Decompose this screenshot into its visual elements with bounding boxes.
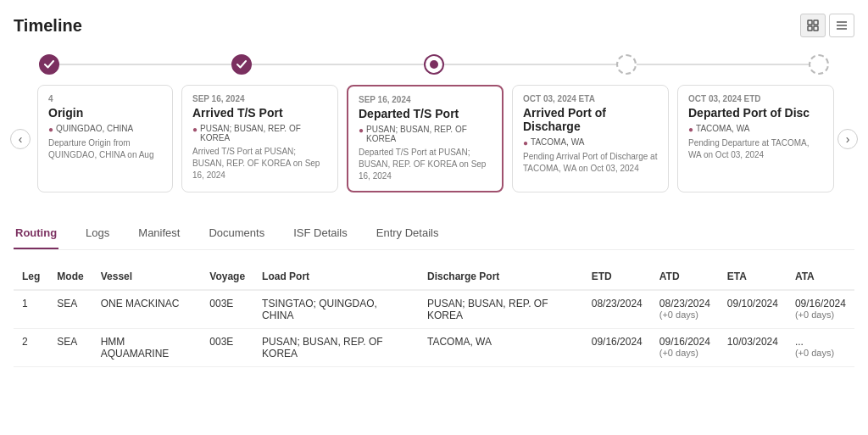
card-4-location-text: TACOMA, WA xyxy=(531,137,584,147)
atd-2-note: (+0 days) xyxy=(659,348,710,358)
svg-rect-1 xyxy=(814,20,818,25)
cell-eta-2: 10/03/2024 xyxy=(719,329,787,367)
card-1-location-text: QUINGDAO, CHINA xyxy=(56,124,133,133)
card-3-location: ● PUSAN; BUSAN, REP. OF KOREA xyxy=(359,125,492,143)
card-prev-button[interactable]: ‹ xyxy=(10,129,31,149)
checkmark-icon-1 xyxy=(44,60,54,69)
cell-vessel-1: ONE MACKINAC xyxy=(92,290,202,329)
table-header: Leg Mode Vessel Voyage Load Port Dischar… xyxy=(14,264,854,290)
card-4-date: OCT 03, 2024 ETA xyxy=(523,94,658,103)
card-3-desc: Departed T/S Port at PUSAN; BUSAN, REP. … xyxy=(359,147,492,182)
timeline-container: ‹ 4 Origin ● QUINGDAO, CHINA Departure O… xyxy=(14,54,854,192)
atd-1-val: 08/23/2024 xyxy=(659,298,710,310)
card-5-desc: Pending Departure at TACOMA, WA on Oct 0… xyxy=(688,137,823,161)
tabs: Routing Logs Manifest Documents ISF Deta… xyxy=(14,218,854,250)
svg-rect-0 xyxy=(808,20,812,25)
ata-1-val: 09/16/2024 xyxy=(795,298,846,310)
timeline-nodes xyxy=(39,54,829,75)
timeline-node-1[interactable] xyxy=(39,54,59,75)
cell-eta-1: 09/10/2024 xyxy=(719,290,787,329)
card-arrived-pod: OCT 03, 2024 ETA Arrived Port of Dischar… xyxy=(512,85,669,192)
card-departed-pod: OCT 03, 2024 ETD Departed Port of Disc ●… xyxy=(677,85,834,192)
col-etd: ETD xyxy=(583,264,651,290)
list-view-button[interactable] xyxy=(829,14,854,37)
table-body: 1 SEA ONE MACKINAC 003E TSINGTAO; QUINGD… xyxy=(14,290,854,367)
tab-entry-details[interactable]: Entry Details xyxy=(375,218,441,249)
card-3-date: SEP 16, 2024 xyxy=(359,95,492,104)
grid-view-button[interactable] xyxy=(800,14,826,37)
card-2-date: SEP 16, 2024 xyxy=(192,94,327,103)
card-1-desc: Departure Origin from QUINGDAO, CHINA on… xyxy=(48,137,162,161)
col-mode: Mode xyxy=(48,264,92,290)
vessel-2-text: HMM AQUAMARINE xyxy=(101,336,170,360)
header: Timeline xyxy=(14,14,854,37)
card-3-title: Departed T/S Port xyxy=(359,107,492,120)
cell-load-port-1: TSINGTAO; QUINGDAO, CHINA xyxy=(253,290,419,329)
card-origin: 4 Origin ● QUINGDAO, CHINA Departure Ori… xyxy=(37,85,173,192)
table-row: 1 SEA ONE MACKINAC 003E TSINGTAO; QUINGD… xyxy=(14,290,854,329)
cell-ata-2: ... (+0 days) xyxy=(787,329,854,367)
page-title: Timeline xyxy=(14,16,82,36)
tab-manifest[interactable]: Manifest xyxy=(136,218,181,249)
load-port-1-text: TSINGTAO; QUINGDAO, CHINA xyxy=(262,298,377,321)
card-2-location: ● PUSAN; BUSAN, REP. OF KOREA xyxy=(192,124,327,142)
routing-table: Leg Mode Vessel Voyage Load Port Dischar… xyxy=(14,264,854,367)
location-pin-4: ● xyxy=(523,138,528,148)
col-atd: ATD xyxy=(651,264,719,290)
discharge-port-1-text: PUSAN; BUSAN, REP. OF KOREA xyxy=(427,298,548,321)
tab-routing[interactable]: Routing xyxy=(14,218,58,249)
cell-voyage-2: 003E xyxy=(201,329,253,367)
timeline-node-5[interactable] xyxy=(809,54,829,75)
card-1-date: 4 xyxy=(48,94,162,103)
timeline-node-4[interactable] xyxy=(616,54,637,75)
card-3-location-text: PUSAN; BUSAN, REP. OF KOREA xyxy=(366,125,492,143)
cell-leg-2: 2 xyxy=(14,329,48,367)
location-pin-2: ● xyxy=(192,125,198,134)
load-port-2-text: PUSAN; BUSAN, REP. OF KOREA xyxy=(262,336,382,360)
atd-1-note: (+0 days) xyxy=(659,310,710,320)
card-4-desc: Pending Arrival Port of Discharge at TAC… xyxy=(523,151,658,175)
card-4-title: Arrived Port of Discharge xyxy=(523,106,658,133)
card-next-button[interactable]: › xyxy=(837,129,858,149)
atd-2-val: 09/16/2024 xyxy=(659,336,710,348)
cell-discharge-port-2: TACOMA, WA xyxy=(419,329,583,367)
active-dot xyxy=(430,60,438,69)
col-discharge-port: Discharge Port xyxy=(419,264,583,290)
list-icon xyxy=(836,20,848,31)
cell-leg-1: 1 xyxy=(14,290,48,329)
col-vessel: Vessel xyxy=(92,264,202,290)
col-ata: ATA xyxy=(787,264,854,290)
view-toggle xyxy=(800,14,854,37)
timeline-track xyxy=(14,54,854,75)
checkmark-icon-2 xyxy=(236,60,247,69)
cell-load-port-2: PUSAN; BUSAN, REP. OF KOREA xyxy=(253,329,419,367)
card-arrived-ts: SEP 16, 2024 Arrived T/S Port ● PUSAN; B… xyxy=(181,85,338,192)
cell-voyage-1: 003E xyxy=(201,290,253,329)
tab-documents[interactable]: Documents xyxy=(207,218,266,249)
discharge-port-2-text: TACOMA, WA xyxy=(427,336,492,348)
cell-discharge-port-1: PUSAN; BUSAN, REP. OF KOREA xyxy=(419,290,583,329)
timeline-node-3[interactable] xyxy=(424,54,444,75)
card-2-title: Arrived T/S Port xyxy=(192,106,327,120)
tab-isf-details[interactable]: ISF Details xyxy=(292,218,349,249)
cell-etd-1: 08/23/2024 xyxy=(583,290,651,329)
location-pin-1: ● xyxy=(48,125,53,134)
timeline-node-2[interactable] xyxy=(231,54,252,75)
col-voyage: Voyage xyxy=(201,264,253,290)
tab-logs[interactable]: Logs xyxy=(84,218,111,249)
cards-wrapper: ‹ 4 Origin ● QUINGDAO, CHINA Departure O… xyxy=(14,85,854,192)
col-eta: ETA xyxy=(719,264,787,290)
table-header-row: Leg Mode Vessel Voyage Load Port Dischar… xyxy=(14,264,854,290)
card-5-location-text: TACOMA, WA xyxy=(696,124,749,133)
ata-2-val: ... xyxy=(795,336,846,348)
card-4-location: ● TACOMA, WA xyxy=(523,137,658,148)
table-row: 2 SEA HMM AQUAMARINE 003E PUSAN; BUSAN, … xyxy=(14,329,854,367)
svg-rect-3 xyxy=(814,26,818,31)
card-2-desc: Arrived T/S Port at PUSAN; BUSAN, REP. O… xyxy=(192,146,327,181)
col-leg: Leg xyxy=(14,264,48,290)
location-pin-3: ● xyxy=(359,125,364,135)
cell-vessel-2: HMM AQUAMARINE xyxy=(92,329,202,367)
location-pin-5: ● xyxy=(688,125,693,134)
cell-atd-2: 09/16/2024 (+0 days) xyxy=(651,329,719,367)
svg-rect-2 xyxy=(808,26,812,31)
